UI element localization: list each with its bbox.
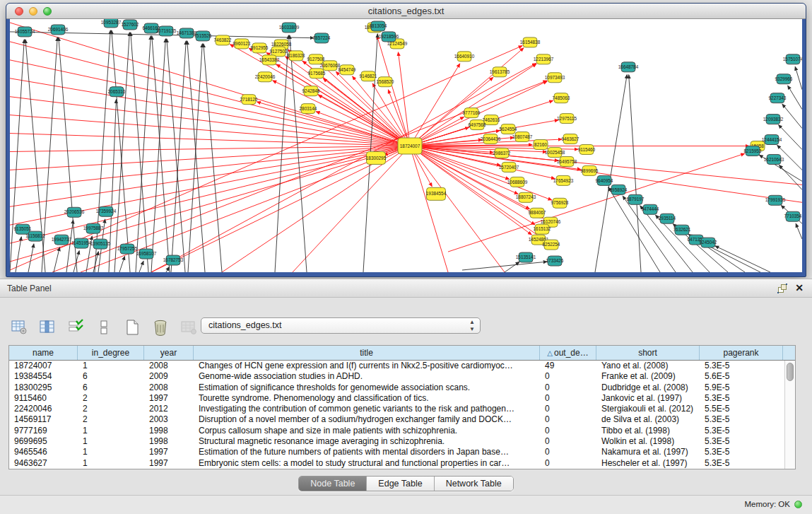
graph-edge xyxy=(54,247,59,272)
table-cell: Yano et al. (2008) xyxy=(596,361,700,371)
column-header-pagerank[interactable]: pagerank xyxy=(700,346,783,360)
table-row[interactable]: 2242004622012Investigating the contribut… xyxy=(9,404,795,414)
graph-node-label: 11451954 xyxy=(71,240,91,245)
table-cell: Nakamura et al. (1997) xyxy=(596,447,700,457)
graph-node-label: 7632621 xyxy=(673,227,691,232)
table-panel: Table Panel ✕ xyxy=(0,279,812,495)
graph-node-label: 9463627 xyxy=(562,136,579,141)
table-cell: 1 xyxy=(78,361,144,371)
graph-node-label: 2986372 xyxy=(493,151,511,156)
table-row[interactable]: 946554611997Estimation of the future num… xyxy=(9,447,795,457)
graph-node-label: 15720407 xyxy=(499,165,519,170)
graph-node-label: 8912955 xyxy=(251,45,269,50)
table-cell: 0 xyxy=(540,447,596,457)
table-cell: 5.3E-5 xyxy=(700,458,783,469)
graph-node-label: 10025458 xyxy=(545,150,565,155)
graph-node-label: 8186328 xyxy=(288,53,305,58)
table-cell: 1 xyxy=(78,436,144,447)
table-row[interactable]: 1830029562008Estimation of significance … xyxy=(9,382,795,393)
close-panel-icon[interactable]: ✕ xyxy=(795,282,804,293)
graph-node-label: 16154838 xyxy=(520,40,541,45)
table-row[interactable]: 1456911722003Disruption of a novel membe… xyxy=(9,414,795,425)
graph-node-label: 17957255 xyxy=(117,246,138,251)
tab-node-table[interactable]: Node Table xyxy=(299,477,367,491)
table-cell: 18724007 xyxy=(9,361,78,371)
column-header-in_degree[interactable]: in_degree xyxy=(78,346,144,360)
graph-node-label: 9899695 xyxy=(581,168,599,173)
graph-node-label: 8813054 xyxy=(370,23,387,28)
graph-node-label: 15751074 xyxy=(783,57,802,62)
table-cell: Changes of HCN gene expression and I(f) … xyxy=(194,361,540,371)
table-header-row: namein_degreeyeartitle△out_de…shortpager… xyxy=(9,346,795,361)
float-panel-icon[interactable] xyxy=(777,283,788,294)
network-graph: 8960123891295518226058912750316543382818… xyxy=(10,19,802,272)
table-cell: 0 xyxy=(540,426,596,436)
table-row[interactable]: 969969511998Structural magnetic resonanc… xyxy=(9,436,795,447)
column-header-short[interactable]: short xyxy=(596,346,700,360)
new-column-icon[interactable] xyxy=(123,318,141,337)
graph-node-label: 13905135 xyxy=(90,241,111,246)
window-titlebar[interactable]: citations_edges.txt xyxy=(6,4,806,19)
dropdown-stepper-icon: ▲▼ xyxy=(469,319,475,333)
table-cell: 2008 xyxy=(144,361,194,371)
graph-edge xyxy=(779,165,802,189)
memory-ok-icon xyxy=(794,501,802,508)
graph-edge xyxy=(166,267,169,272)
graph-node-label: 16495758 xyxy=(557,159,577,164)
table-cell: Tourette syndrome. Phenomenology and cla… xyxy=(194,393,540,404)
tab-edge-table[interactable]: Edge Table xyxy=(367,477,434,491)
table-cell: 5.3E-5 xyxy=(700,447,783,457)
column-header-name[interactable]: name xyxy=(9,346,78,360)
graph-node-label: 18807243 xyxy=(516,194,536,199)
table-mode-icon[interactable] xyxy=(10,318,28,337)
table-row[interactable]: 946362711997Embryonic stem cells: a mode… xyxy=(9,458,795,469)
table-row[interactable]: 1938455462009Genome-wide association stu… xyxy=(9,371,795,382)
row-selection-icon[interactable] xyxy=(66,318,85,337)
graph-node-label: 11156812 xyxy=(25,233,45,238)
graph-node-label: 2935114 xyxy=(659,216,676,221)
table-cell: 2 xyxy=(78,393,144,404)
table-cell: Estimation of the future numbers of pati… xyxy=(194,447,540,457)
graph-edge xyxy=(273,81,410,146)
column-header-year[interactable]: year xyxy=(144,346,194,360)
table-row[interactable]: 1872400712008Changes of HCN gene express… xyxy=(9,361,795,371)
table-row[interactable]: 911546021997Tourette syndrome. Phenomeno… xyxy=(9,393,795,404)
graph-edge xyxy=(782,104,802,128)
table-cell: 9777169 xyxy=(9,426,78,436)
graph-edge xyxy=(410,146,505,272)
graph-node-label: 16120746 xyxy=(541,219,561,224)
network-canvas[interactable]: 8960123891295518226058912750316543382818… xyxy=(10,19,802,272)
table-split-icon[interactable] xyxy=(95,318,113,337)
graph-node-label: 20364436 xyxy=(481,136,501,141)
graph-edge xyxy=(629,75,641,272)
column-header-out_de[interactable]: △out_de… xyxy=(540,346,596,360)
table-cell: 5.3E-5 xyxy=(700,393,783,404)
table-cell: 1998 xyxy=(144,436,194,447)
import-table-icon[interactable] xyxy=(180,318,198,337)
tab-network-table[interactable]: Network Table xyxy=(435,477,513,491)
graph-edge xyxy=(73,251,79,272)
graph-node-label: 9227343 xyxy=(769,95,787,100)
delete-column-icon[interactable] xyxy=(151,318,170,337)
graph-node-label: 12975115 xyxy=(557,116,577,121)
table-cell: 14569117 xyxy=(9,414,78,425)
graph-node-label: 14055724 xyxy=(15,29,35,34)
graph-node-label: 8215953 xyxy=(744,148,762,153)
memory-status-label: Memory: OK xyxy=(744,500,790,508)
column-visibility-icon[interactable] xyxy=(38,318,57,337)
graph-edge xyxy=(462,262,547,270)
graph-edge xyxy=(119,256,125,272)
table-cell: 9115460 xyxy=(9,393,78,404)
network-select-dropdown[interactable]: citations_edges.txt ▲▼ xyxy=(201,317,481,334)
column-header-title[interactable]: title xyxy=(194,346,540,360)
graph-edge xyxy=(796,223,802,239)
graph-edge xyxy=(410,146,802,202)
graph-node-label: 16782753 xyxy=(163,257,184,262)
vertical-scrollbar[interactable] xyxy=(784,361,795,469)
table-row[interactable]: 977716911998Corpus callosum shape and si… xyxy=(9,426,795,436)
graph-edge xyxy=(290,35,307,272)
graph-node-label: 1568520 xyxy=(377,79,394,84)
table-cell: 18300295 xyxy=(9,382,78,393)
scrollbar-thumb[interactable] xyxy=(787,363,794,381)
graph-node-label: 9242848 xyxy=(302,88,320,93)
